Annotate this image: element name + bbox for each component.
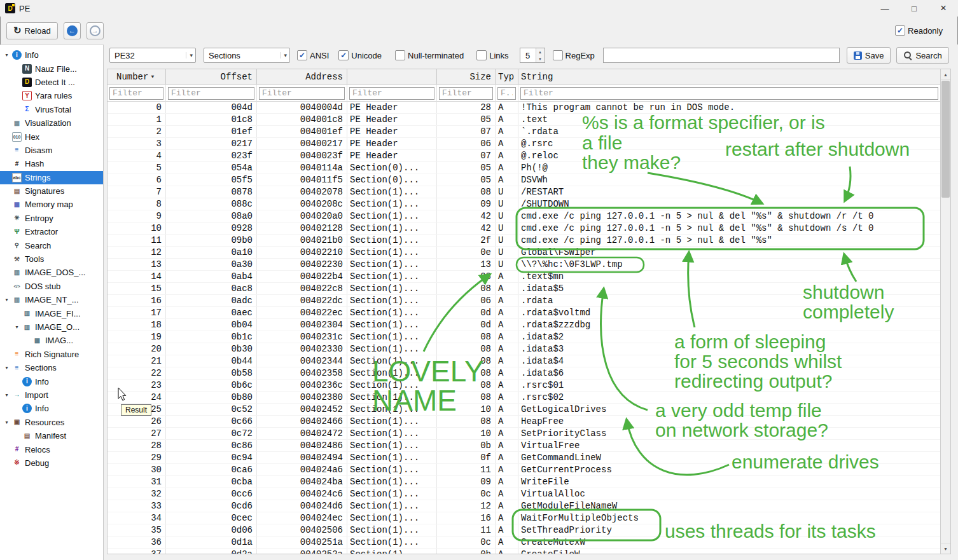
filter-offset-input[interactable]: [168, 87, 254, 100]
close-button[interactable]: ×: [929, 0, 958, 17]
table-row[interactable]: 4 023f 0040023f PE Header 07 A @.reloc: [108, 150, 940, 162]
sidebar-item-sections[interactable]: ▾ ≡ Sections: [0, 361, 103, 374]
expander-icon[interactable]: ▾: [3, 365, 11, 371]
sidebar-item-image-o[interactable]: ▾ ▥ IMAGE_O...: [0, 320, 103, 334]
header-offset[interactable]: Offset: [166, 69, 257, 85]
sidebar-item-disasm[interactable]: ≡ Disasm: [0, 144, 103, 157]
sidebar-item-extractor[interactable]: Ψ Extractor: [0, 225, 103, 238]
expander-icon[interactable]: ▾: [3, 297, 11, 303]
table-row[interactable]: 29 0c94 00402494 Section(1)... 0f A GetC…: [108, 452, 940, 464]
maximize-button[interactable]: □: [899, 0, 929, 17]
search-text-input[interactable]: [603, 48, 840, 63]
table-row[interactable]: 0 004d 0040004d PE Header 28 A !This pro…: [108, 102, 940, 114]
scroll-up-button[interactable]: ▲: [941, 69, 950, 80]
header-type[interactable]: Typ: [496, 69, 518, 85]
table-row[interactable]: 14 0ab4 004022b4 Section(1)... 08 A .tex…: [108, 271, 940, 283]
table-row[interactable]: 26 0c66 00402466 Section(1)... 08 A Heap…: [108, 416, 940, 428]
table-row[interactable]: 3 0217 00400217 PE Header 06 A @.rsrc: [108, 138, 940, 150]
table-row[interactable]: 1 01c8 004001c8 PE Header 05 A .text: [108, 114, 940, 126]
ansi-checkbox[interactable]: ✓: [297, 50, 307, 60]
regexp-checkbox[interactable]: ✓: [553, 50, 563, 60]
table-row[interactable]: 7 0878 00402078 Section(1)... 08 U /REST…: [108, 186, 940, 198]
table-row[interactable]: 36 0d1a 0040251a Section(1)... 0c A Crea…: [108, 536, 940, 549]
header-address[interactable]: Address: [257, 69, 347, 85]
filter-address-input[interactable]: [259, 87, 345, 100]
table-row[interactable]: 32 0cc6 004024c6 Section(1)... 0c A Virt…: [108, 488, 940, 500]
table-row[interactable]: 22 0b58 00402358 Section(1)... 08 A .ida…: [108, 367, 940, 379]
filter-region-input[interactable]: [349, 87, 434, 100]
table-row[interactable]: 37 0d2a 0040252a Section(1)... 0b A Crea…: [108, 549, 940, 554]
table-row[interactable]: 2 01ef 004001ef PE Header 07 A `.rdata: [108, 126, 940, 138]
filter-type-input[interactable]: [497, 87, 516, 100]
table-row[interactable]: 20 0b30 00402330 Section(1)... 08 A .ida…: [108, 343, 940, 355]
table-row[interactable]: 30 0ca6 004024a6 Section(1)... 11 A GetC…: [108, 464, 940, 476]
sidebar-item-hex[interactable]: 010 Hex: [0, 130, 103, 143]
format-combo[interactable]: PE32 ▾: [109, 48, 196, 63]
sidebar-item-image-dos[interactable]: ▥ IMAGE_DOS_...: [0, 266, 103, 279]
table-row[interactable]: 9 08a0 004020a0 Section(1)... 42 U cmd.e…: [108, 210, 940, 222]
table-row[interactable]: 17 0aec 004022ec Section(1)... 0d A .rda…: [108, 307, 940, 319]
filter-number-input[interactable]: [109, 87, 163, 100]
back-button[interactable]: ←: [64, 22, 81, 39]
header-string[interactable]: String: [518, 69, 940, 85]
sidebar-item-entropy[interactable]: ✳ Entropy: [0, 212, 103, 225]
scope-combo[interactable]: Sections ▾: [204, 48, 290, 63]
table-row[interactable]: 15 0ac8 004022c8 Section(1)... 08 A .ida…: [108, 283, 940, 295]
readonly-checkbox[interactable]: ✓: [895, 25, 905, 36]
null-terminated-checkbox[interactable]: ✓: [395, 50, 405, 60]
table-row[interactable]: 11 09b0 004021b0 Section(1)... 2f U cmd.…: [108, 235, 940, 247]
table-row[interactable]: 19 0b1c 0040231c Section(1)... 08 A .ida…: [108, 331, 940, 343]
expander-icon[interactable]: ▾: [3, 52, 11, 58]
sidebar-item-signatures[interactable]: ▤ Signatures: [0, 184, 103, 198]
table-row[interactable]: 31 0cba 004024ba Section(1)... 09 A Writ…: [108, 476, 940, 488]
scrollbar-thumb[interactable]: [941, 81, 950, 198]
forward-button[interactable]: →: [87, 22, 104, 39]
sidebar-item-manifest[interactable]: ▤ Manifest: [0, 429, 103, 442]
minimize-button[interactable]: —: [870, 0, 899, 17]
min-length-spinner[interactable]: 5 ▲ ▼: [520, 48, 545, 63]
sidebar-item-imag[interactable]: ▦ IMAG...: [0, 334, 103, 347]
sidebar-item-debug[interactable]: ※ Debug: [0, 456, 103, 470]
expander-icon[interactable]: ▾: [13, 324, 21, 330]
sidebar-item-virustotal[interactable]: Σ VirusTotal: [0, 103, 103, 116]
table-row[interactable]: 6 05f5 004011f5 Section(0)... 05 A DSVWh: [108, 174, 940, 186]
header-size[interactable]: Size: [437, 69, 496, 85]
table-row[interactable]: 25 0c52 00402452 Section(1)... 10 A GetL…: [108, 404, 940, 416]
sidebar-item-strings[interactable]: abc Strings: [0, 171, 103, 184]
table-row[interactable]: 8 088c 0040208c Section(1)... 09 U /SHUT…: [108, 198, 940, 210]
table-row[interactable]: 24 0b80 00402380 Section(1)... 08 A .rsr…: [108, 392, 940, 404]
sidebar-item-info[interactable]: i Info: [0, 402, 103, 415]
header-region[interactable]: [347, 69, 437, 85]
scroll-down-button[interactable]: ▼: [941, 543, 950, 554]
sidebar-item-rich-signature[interactable]: ≡ Rich Signature: [0, 348, 103, 361]
sidebar-item-tools[interactable]: ⚒ Tools: [0, 252, 103, 266]
spin-down-icon[interactable]: ▼: [536, 55, 545, 62]
header-number[interactable]: Number ▼: [108, 69, 166, 85]
table-row[interactable]: 10 0928 00402128 Section(1)... 42 U cmd.…: [108, 222, 940, 235]
expander-icon[interactable]: ▾: [3, 420, 11, 425]
sidebar-item-dos-stub[interactable]: </> DOS stub: [0, 280, 103, 293]
sidebar-item-search[interactable]: ⚲ Search: [0, 238, 103, 252]
sidebar-item-image-fi[interactable]: ▥ IMAGE_FI...: [0, 306, 103, 320]
vertical-scrollbar[interactable]: ▲ ▼: [940, 69, 950, 554]
sidebar-item-hash[interactable]: # Hash: [0, 157, 103, 170]
table-row[interactable]: 13 0a30 00402230 Section(1)... 13 U \\?\…: [108, 259, 940, 271]
table-row[interactable]: 28 0c86 00402486 Section(1)... 0b A Virt…: [108, 440, 940, 452]
table-row[interactable]: 12 0a10 00402210 Section(1)... 0e U Glob…: [108, 247, 940, 259]
save-button[interactable]: Save: [847, 47, 891, 64]
reload-button[interactable]: ↻ Reload: [6, 22, 58, 39]
table-row[interactable]: 35 0d06 00402506 Section(1)... 11 A SetT…: [108, 524, 940, 536]
sidebar-item-import[interactable]: ▾ → Import: [0, 388, 103, 402]
sidebar-item-memory-map[interactable]: ▦ Memory map: [0, 198, 103, 211]
table-row[interactable]: 27 0c72 00402472 Section(1)... 10 A SetP…: [108, 428, 940, 440]
table-row[interactable]: 18 0b04 00402304 Section(1)... 0d A .rda…: [108, 319, 940, 331]
search-button[interactable]: Search: [896, 47, 948, 64]
sidebar-item-resources[interactable]: ▾ ▣ Resources: [0, 416, 103, 429]
table-row[interactable]: 16 0adc 004022dc Section(1)... 06 A .rda…: [108, 295, 940, 307]
sidebar-item-detect-it[interactable]: D Detect It ...: [0, 76, 103, 89]
filter-size-input[interactable]: [439, 87, 493, 100]
sidebar-item-relocs[interactable]: # Relocs: [0, 442, 103, 456]
sidebar-item-visualization[interactable]: ▦ Visualization: [0, 116, 103, 130]
filter-string-input[interactable]: [520, 87, 938, 100]
unicode-checkbox[interactable]: ✓: [338, 50, 349, 60]
